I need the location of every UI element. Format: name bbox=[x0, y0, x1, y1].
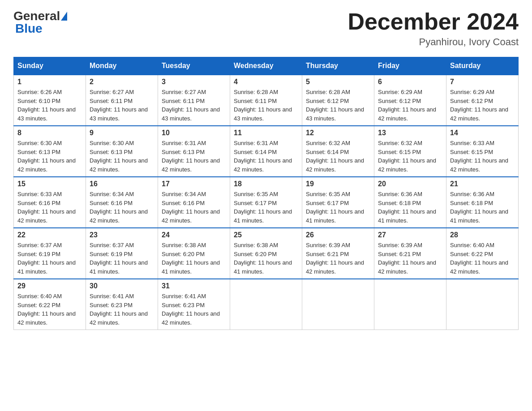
day-number: 30 bbox=[90, 282, 154, 290]
day-info: Sunrise: 6:28 AM Sunset: 6:11 PM Dayligh… bbox=[234, 88, 298, 123]
calendar-cell: 19 Sunrise: 6:35 AM Sunset: 6:17 PM Dayl… bbox=[302, 177, 374, 228]
day-number: 6 bbox=[378, 78, 442, 86]
day-number: 15 bbox=[17, 180, 82, 188]
header-tuesday: Tuesday bbox=[158, 57, 230, 75]
day-number: 12 bbox=[306, 129, 370, 137]
calendar-cell: 11 Sunrise: 6:31 AM Sunset: 6:14 PM Dayl… bbox=[230, 126, 302, 177]
calendar-cell: 6 Sunrise: 6:29 AM Sunset: 6:12 PM Dayli… bbox=[374, 75, 446, 126]
header-thursday: Thursday bbox=[302, 57, 374, 75]
calendar-cell: 3 Sunrise: 6:27 AM Sunset: 6:11 PM Dayli… bbox=[158, 75, 230, 126]
day-number: 28 bbox=[450, 231, 515, 239]
calendar-cell: 8 Sunrise: 6:30 AM Sunset: 6:13 PM Dayli… bbox=[14, 126, 86, 177]
day-number: 20 bbox=[378, 180, 442, 188]
calendar-cell: 25 Sunrise: 6:38 AM Sunset: 6:20 PM Dayl… bbox=[230, 228, 302, 279]
day-number: 18 bbox=[234, 180, 298, 188]
day-info: Sunrise: 6:40 AM Sunset: 6:22 PM Dayligh… bbox=[17, 292, 82, 327]
day-number: 26 bbox=[306, 231, 370, 239]
calendar-cell: 2 Sunrise: 6:27 AM Sunset: 6:11 PM Dayli… bbox=[86, 75, 158, 126]
day-info: Sunrise: 6:38 AM Sunset: 6:20 PM Dayligh… bbox=[234, 241, 298, 276]
day-info: Sunrise: 6:29 AM Sunset: 6:12 PM Dayligh… bbox=[378, 88, 442, 123]
day-number: 24 bbox=[162, 231, 226, 239]
day-info: Sunrise: 6:35 AM Sunset: 6:17 PM Dayligh… bbox=[234, 190, 298, 225]
day-number: 21 bbox=[450, 180, 515, 188]
calendar-cell bbox=[446, 279, 519, 330]
calendar-cell bbox=[374, 279, 446, 330]
header-monday: Monday bbox=[86, 57, 158, 75]
day-number: 14 bbox=[450, 129, 515, 137]
day-info: Sunrise: 6:31 AM Sunset: 6:14 PM Dayligh… bbox=[234, 139, 298, 174]
day-number: 25 bbox=[234, 231, 298, 239]
day-info: Sunrise: 6:37 AM Sunset: 6:19 PM Dayligh… bbox=[17, 241, 82, 276]
calendar-cell: 4 Sunrise: 6:28 AM Sunset: 6:11 PM Dayli… bbox=[230, 75, 302, 126]
day-info: Sunrise: 6:33 AM Sunset: 6:16 PM Dayligh… bbox=[17, 190, 82, 225]
day-info: Sunrise: 6:37 AM Sunset: 6:19 PM Dayligh… bbox=[90, 241, 154, 276]
day-number: 5 bbox=[306, 78, 370, 86]
day-info: Sunrise: 6:32 AM Sunset: 6:15 PM Dayligh… bbox=[378, 139, 442, 174]
calendar-cell: 21 Sunrise: 6:36 AM Sunset: 6:18 PM Dayl… bbox=[446, 177, 519, 228]
day-info: Sunrise: 6:27 AM Sunset: 6:11 PM Dayligh… bbox=[162, 88, 226, 123]
day-number: 8 bbox=[17, 129, 82, 137]
day-info: Sunrise: 6:31 AM Sunset: 6:13 PM Dayligh… bbox=[162, 139, 226, 174]
day-info: Sunrise: 6:26 AM Sunset: 6:10 PM Dayligh… bbox=[17, 88, 82, 123]
calendar-cell: 28 Sunrise: 6:40 AM Sunset: 6:22 PM Dayl… bbox=[446, 228, 519, 279]
day-info: Sunrise: 6:30 AM Sunset: 6:13 PM Dayligh… bbox=[17, 139, 82, 174]
day-info: Sunrise: 6:41 AM Sunset: 6:23 PM Dayligh… bbox=[162, 292, 226, 327]
logo-blue-text: Blue bbox=[15, 21, 43, 35]
day-number: 17 bbox=[162, 180, 226, 188]
day-number: 22 bbox=[17, 231, 82, 239]
header-friday: Friday bbox=[374, 57, 446, 75]
header-saturday: Saturday bbox=[446, 57, 519, 75]
day-info: Sunrise: 6:34 AM Sunset: 6:16 PM Dayligh… bbox=[90, 190, 154, 225]
calendar-cell: 15 Sunrise: 6:33 AM Sunset: 6:16 PM Dayl… bbox=[14, 177, 86, 228]
calendar-cell: 1 Sunrise: 6:26 AM Sunset: 6:10 PM Dayli… bbox=[14, 75, 86, 126]
header-sunday: Sunday bbox=[14, 57, 86, 75]
calendar-cell: 14 Sunrise: 6:33 AM Sunset: 6:15 PM Dayl… bbox=[446, 126, 519, 177]
calendar-cell: 27 Sunrise: 6:39 AM Sunset: 6:21 PM Dayl… bbox=[374, 228, 446, 279]
day-number: 27 bbox=[378, 231, 442, 239]
calendar-cell: 17 Sunrise: 6:34 AM Sunset: 6:16 PM Dayl… bbox=[158, 177, 230, 228]
location-subtitle: Pyanhirou, Ivory Coast bbox=[348, 36, 519, 48]
page-header: General Blue December 2024 Pyanhirou, Iv… bbox=[13, 9, 519, 48]
day-info: Sunrise: 6:39 AM Sunset: 6:21 PM Dayligh… bbox=[306, 241, 370, 276]
month-title: December 2024 bbox=[348, 9, 519, 34]
day-number: 29 bbox=[17, 282, 82, 290]
day-info: Sunrise: 6:36 AM Sunset: 6:18 PM Dayligh… bbox=[450, 190, 515, 225]
calendar-cell: 23 Sunrise: 6:37 AM Sunset: 6:19 PM Dayl… bbox=[86, 228, 158, 279]
calendar-header-row: SundayMondayTuesdayWednesdayThursdayFrid… bbox=[14, 57, 519, 75]
day-number: 13 bbox=[378, 129, 442, 137]
calendar-cell: 13 Sunrise: 6:32 AM Sunset: 6:15 PM Dayl… bbox=[374, 126, 446, 177]
calendar-cell: 26 Sunrise: 6:39 AM Sunset: 6:21 PM Dayl… bbox=[302, 228, 374, 279]
calendar-week-row: 8 Sunrise: 6:30 AM Sunset: 6:13 PM Dayli… bbox=[14, 126, 519, 177]
calendar-cell: 12 Sunrise: 6:32 AM Sunset: 6:14 PM Dayl… bbox=[302, 126, 374, 177]
day-info: Sunrise: 6:33 AM Sunset: 6:15 PM Dayligh… bbox=[450, 139, 515, 174]
day-number: 16 bbox=[90, 180, 154, 188]
calendar-cell bbox=[230, 279, 302, 330]
calendar-cell: 22 Sunrise: 6:37 AM Sunset: 6:19 PM Dayl… bbox=[14, 228, 86, 279]
calendar-cell: 18 Sunrise: 6:35 AM Sunset: 6:17 PM Dayl… bbox=[230, 177, 302, 228]
day-number: 23 bbox=[90, 231, 154, 239]
calendar-cell: 20 Sunrise: 6:36 AM Sunset: 6:18 PM Dayl… bbox=[374, 177, 446, 228]
day-number: 19 bbox=[306, 180, 370, 188]
day-number: 31 bbox=[162, 282, 226, 290]
day-info: Sunrise: 6:34 AM Sunset: 6:16 PM Dayligh… bbox=[162, 190, 226, 225]
logo-triangle-icon bbox=[61, 12, 67, 21]
calendar-cell bbox=[302, 279, 374, 330]
day-info: Sunrise: 6:35 AM Sunset: 6:17 PM Dayligh… bbox=[306, 190, 370, 225]
day-number: 1 bbox=[17, 78, 82, 86]
calendar-week-row: 29 Sunrise: 6:40 AM Sunset: 6:22 PM Dayl… bbox=[14, 279, 519, 330]
calendar-cell: 24 Sunrise: 6:38 AM Sunset: 6:20 PM Dayl… bbox=[158, 228, 230, 279]
calendar-cell: 10 Sunrise: 6:31 AM Sunset: 6:13 PM Dayl… bbox=[158, 126, 230, 177]
calendar-week-row: 15 Sunrise: 6:33 AM Sunset: 6:16 PM Dayl… bbox=[14, 177, 519, 228]
day-info: Sunrise: 6:41 AM Sunset: 6:23 PM Dayligh… bbox=[90, 292, 154, 327]
day-info: Sunrise: 6:27 AM Sunset: 6:11 PM Dayligh… bbox=[90, 88, 154, 123]
calendar-cell: 29 Sunrise: 6:40 AM Sunset: 6:22 PM Dayl… bbox=[14, 279, 86, 330]
day-info: Sunrise: 6:40 AM Sunset: 6:22 PM Dayligh… bbox=[450, 241, 515, 276]
day-number: 2 bbox=[90, 78, 154, 86]
day-number: 10 bbox=[162, 129, 226, 137]
header-wednesday: Wednesday bbox=[230, 57, 302, 75]
calendar-week-row: 22 Sunrise: 6:37 AM Sunset: 6:19 PM Dayl… bbox=[14, 228, 519, 279]
logo: General Blue bbox=[13, 9, 68, 36]
day-number: 9 bbox=[90, 129, 154, 137]
calendar-cell: 9 Sunrise: 6:30 AM Sunset: 6:13 PM Dayli… bbox=[86, 126, 158, 177]
day-number: 11 bbox=[234, 129, 298, 137]
